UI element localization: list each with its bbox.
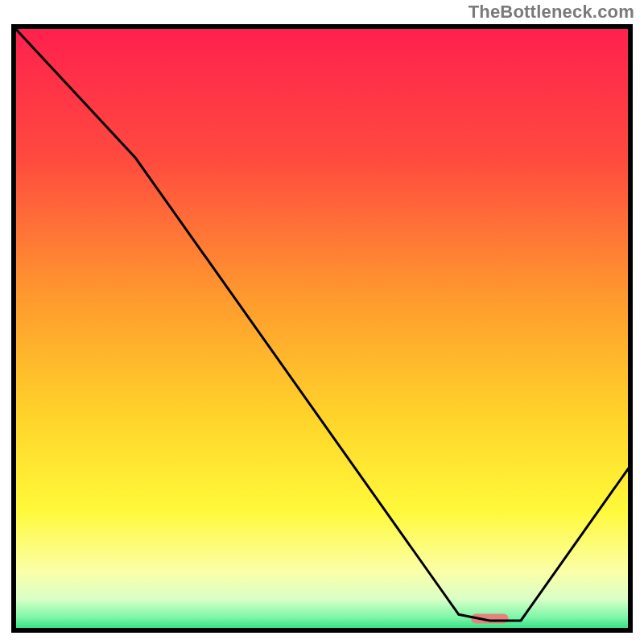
plot-area [11,24,633,633]
chart-container: TheBottleneck.com [0,0,644,644]
gradient-background [11,24,633,633]
watermark-text: TheBottleneck.com [469,2,634,23]
bottleneck-chart [0,0,644,644]
